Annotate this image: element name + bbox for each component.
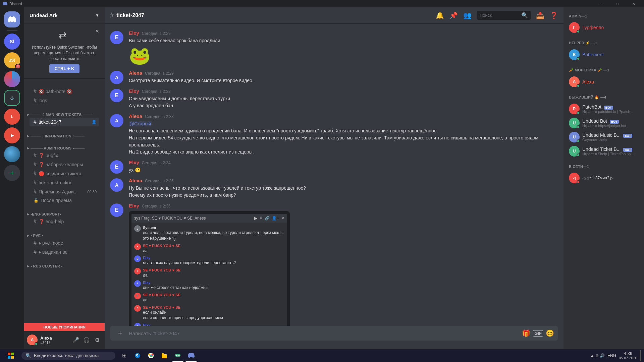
channel-posle-priema[interactable]: 🔒 После приёма xyxy=(30,196,99,204)
message-author[interactable]: Elxy xyxy=(129,30,139,36)
taskbar-app-gamepad[interactable] xyxy=(172,350,184,362)
server-icon-purple[interactable] xyxy=(4,71,20,87)
avatar[interactable]: E xyxy=(110,203,123,217)
svg-rect-12 xyxy=(176,355,177,356)
server-icon-js[interactable]: JS!2 xyxy=(4,52,20,68)
show-desktop-button[interactable] xyxy=(640,350,641,361)
taskbar-app-chrome[interactable] xyxy=(145,350,157,362)
server-icon-craft[interactable]: L xyxy=(4,109,20,125)
taskbar-app-explorer[interactable] xyxy=(158,350,170,362)
message-input[interactable] xyxy=(127,327,522,340)
avatar-text: A xyxy=(31,338,34,342)
channel-sozdanie-tiketa[interactable]: # 🔴 создание-тикета xyxy=(30,169,99,178)
share-icon[interactable]: 🔗 xyxy=(265,216,270,221)
mention[interactable]: @Старый xyxy=(129,121,152,126)
server-icon-play[interactable]: ▶ xyxy=(4,127,20,143)
member-item[interactable]: B Battement xyxy=(566,48,641,61)
deafen-button[interactable]: 🎧 xyxy=(82,335,91,345)
avatar[interactable]: A xyxy=(110,71,123,84)
message-timestamp: Сегодня, в 2:29 xyxy=(145,71,174,76)
play-icon[interactable]: ▶ xyxy=(254,216,257,221)
member-item[interactable]: P PatchBot BOT Играет в patchbot.io | ?p… xyxy=(566,102,641,116)
member-item[interactable]: U Undead Ticket B... BOT Играет в $help … xyxy=(566,144,641,158)
search-box[interactable]: 🔍 xyxy=(477,11,531,20)
inbox-icon[interactable]: 📥 xyxy=(536,11,544,19)
member-item[interactable]: ◁ ◁◁ • 1:37мин? ▷ xyxy=(566,171,641,185)
minimize-btn[interactable]: ─ xyxy=(594,0,609,7)
channel-eng-help[interactable]: # ❓ eng-help xyxy=(30,217,99,226)
category-header-info[interactable]: ▶ ──── ! INFORMATION !──── xyxy=(27,133,102,139)
channel-vydacha-pve[interactable]: # ♦ выдача-пве xyxy=(30,248,99,256)
channel-priemnaya[interactable]: # Приёмная Адми... 00 30 xyxy=(30,187,99,196)
user-avatar[interactable]: A xyxy=(27,335,38,345)
channel-name: ❓ bugfix xyxy=(39,153,97,158)
category-header-eng[interactable]: ▶ •ENG-SUPPORT• xyxy=(27,212,102,217)
member-item[interactable]: Г Гурфелло xyxy=(566,21,641,34)
settings-button[interactable]: ⚙ xyxy=(93,335,102,345)
language: ENG xyxy=(607,353,616,358)
taskbar-task-view[interactable]: ⊞ xyxy=(118,350,130,362)
search-icon: 🔍 xyxy=(25,353,31,358)
hash-icon: # xyxy=(34,180,37,186)
server-icon-1[interactable]: Sf xyxy=(4,34,20,50)
channel-bugfix[interactable]: # ❓ bugfix xyxy=(30,151,99,160)
taskbar-search[interactable]: 🔍 Введите здесь текст для поиска xyxy=(21,352,115,360)
channel-path-note[interactable]: # 🔇 path-note 🔇 xyxy=(30,87,99,96)
channel-ticket-instruction[interactable]: # ticket-instruction xyxy=(30,178,99,187)
channel-hash-icon: # xyxy=(110,11,114,19)
server-icon-blue-circle[interactable] xyxy=(4,146,20,162)
emoji-icon[interactable]: 😊 xyxy=(546,329,554,337)
server-icon-undead-ark[interactable]: ⚓ xyxy=(4,90,20,106)
svg-point-9 xyxy=(179,355,180,356)
embed-name: Elxy xyxy=(143,281,151,285)
bell-icon[interactable]: 🔔 xyxy=(436,11,444,19)
server-name-header[interactable]: Undead Ark ▼ xyxy=(24,7,105,23)
taskbar-app-discord[interactable] xyxy=(185,350,197,362)
add-user-icon[interactable]: 👤+ xyxy=(272,216,279,221)
member-item[interactable]: U Undead Bot BOT Играет в https://junipe… xyxy=(566,116,641,130)
message-author[interactable]: Alexa xyxy=(129,178,142,183)
message-author[interactable]: Elxy xyxy=(129,88,139,94)
pin-icon[interactable]: 📌 xyxy=(449,11,458,19)
close-btn[interactable]: ✕ xyxy=(626,0,641,7)
chevron-icon: ▶ xyxy=(27,234,29,237)
start-button[interactable] xyxy=(3,350,19,361)
add-server-button[interactable]: + xyxy=(4,165,20,181)
message-author[interactable]: Elxy xyxy=(129,160,139,165)
taskbar-app-edge[interactable] xyxy=(131,350,144,362)
category-header-admin[interactable]: ▶ ────• ADMIN ROOMS •──── xyxy=(27,145,102,151)
avatar[interactable]: E xyxy=(110,31,123,44)
members-icon[interactable]: 👥 xyxy=(463,11,472,19)
message-author[interactable]: Alexa xyxy=(129,113,142,119)
bot-tag: BOT xyxy=(604,106,613,110)
new-mentions-button[interactable]: НОВЫЕ УПОМИНАНИЯ xyxy=(24,323,105,331)
help-icon[interactable]: ❓ xyxy=(550,11,558,19)
gif-icon[interactable]: GIF xyxy=(533,330,543,337)
avatar[interactable]: A xyxy=(110,114,123,127)
maximize-btn[interactable]: □ xyxy=(610,0,625,7)
category-header-pve[interactable]: ▶ • PVE • xyxy=(27,233,102,238)
embed-header: sys Frag, SE ♥ FUCK YOU ♥ SE, Arless ▶ ⬇… xyxy=(131,214,287,223)
category-header-rus[interactable]: ▶ • RUS CLUSTER • xyxy=(27,263,102,269)
message-author[interactable]: Elxy xyxy=(129,203,139,208)
channel-nabor-helpery[interactable]: # ❓ набор-в-хелперы xyxy=(30,160,99,169)
message-author[interactable]: Alexa xyxy=(129,70,142,76)
category-header-tickets[interactable]: ▶ ──── 4 MAN NEW TICKETS ──── xyxy=(27,112,102,117)
channel-pve-mode[interactable]: # ♦ pve-mode xyxy=(30,239,99,247)
add-file-button[interactable]: + xyxy=(113,326,127,341)
search-input[interactable] xyxy=(480,13,519,18)
channel-ticket-2047[interactable]: # ticket-2047 👤 xyxy=(30,118,99,126)
download-icon[interactable]: ⬇ xyxy=(259,216,263,221)
avatar[interactable]: E xyxy=(110,89,123,102)
channel-logs[interactable]: # logs xyxy=(30,96,99,105)
avatar[interactable]: E xyxy=(110,160,123,174)
gift-icon[interactable]: 🎁 xyxy=(522,329,530,337)
close-tip-button[interactable]: ✕ xyxy=(95,28,99,35)
discord-home-icon[interactable] xyxy=(4,11,20,27)
avatar[interactable]: A xyxy=(110,178,123,192)
more-icon[interactable]: ✕ xyxy=(281,216,284,221)
mute-button[interactable]: 🎤 xyxy=(71,335,80,345)
chevron-down-icon: ▼ xyxy=(95,13,99,18)
member-item[interactable]: U Undead Music B... BOT Слушает -help xyxy=(566,130,641,144)
member-item[interactable]: A Alexa xyxy=(566,75,641,88)
